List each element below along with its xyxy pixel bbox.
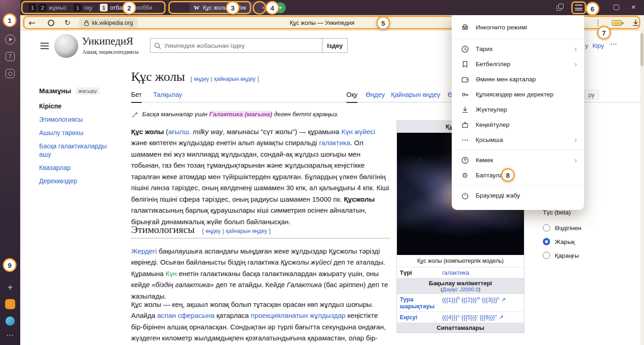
scrollbar-thumb[interactable] <box>640 33 644 66</box>
radio-icon[interactable] <box>543 252 550 259</box>
toc-item-quasars[interactable]: Квазарлар <box>39 164 118 172</box>
text-link[interactable]: J2000.0 <box>460 287 478 292</box>
help-icon <box>461 156 469 164</box>
toc-item-etymology[interactable]: Этимологиясы <box>39 115 118 124</box>
restore-window-icon[interactable] <box>614 5 619 10</box>
downloads-toolbar-icon[interactable] <box>631 18 640 28</box>
disambiguation-icon <box>131 111 138 118</box>
tab-panels-icon[interactable] <box>557 4 564 11</box>
tab-edit-source[interactable]: Қайнарын өңдеу <box>391 91 440 102</box>
toc-item-intro[interactable]: Кіріспе <box>39 102 118 110</box>
back-icon[interactable]: ← <box>29 18 35 28</box>
tab-edit[interactable]: Өңдеу <box>366 91 385 102</box>
tab-group-work[interactable]: 1 2 жұмыс <box>25 4 70 11</box>
tab-read[interactable]: Оқу <box>346 91 357 103</box>
bracket: ] <box>258 76 259 82</box>
galaxy-link[interactable]: галактика <box>442 269 521 276</box>
infobox-observation-header: Бақылау мәліметтері (Дәуірі: J2000.0) <box>397 278 524 294</box>
ra-value[interactable]: {{{1}}}h {{{2}}}m {{{3}}}s ↗ <box>442 296 521 310</box>
close-window-icon[interactable]: × <box>631 2 636 12</box>
text-link[interactable]: галактика <box>319 139 351 147</box>
dec-label-link[interactable]: Еңісуі <box>400 314 442 321</box>
text-link[interactable]: Жердегі <box>131 247 157 255</box>
screenshot-icon[interactable] <box>6 69 15 78</box>
dec-value[interactable]: {{{4}}}° {{{5}}}′ {{{6}}}″ ↗ <box>442 314 521 321</box>
text-link[interactable]: Күн <box>166 270 177 277</box>
edit-source-link[interactable]: қайнарын өңдеу <box>226 228 267 234</box>
numbered-badge-icon[interactable]: 7 <box>6 52 15 61</box>
tab-fragment-right[interactable]: ру <box>584 90 599 100</box>
browser-menu-button[interactable] <box>575 5 582 11</box>
messenger-icon[interactable] <box>6 317 15 326</box>
header-more-icon[interactable]: ⋯ <box>610 40 617 48</box>
menu-item-history[interactable]: Тарих › <box>452 41 584 57</box>
menu-item-bookmarks[interactable]: Бетбелгілер › <box>452 57 584 72</box>
toc-item-sources[interactable]: Дереккөздер <box>39 177 118 185</box>
reload-icon[interactable]: ↻ <box>64 18 70 27</box>
music-icon[interactable]: ♪ <box>5 299 15 309</box>
menu-item-help[interactable]: Көмек › <box>452 153 584 168</box>
battery-saver-icon[interactable] <box>612 20 622 26</box>
wiki-menu-icon[interactable] <box>40 43 49 49</box>
menu-item-wallet[interactable]: Әмиян мен карталар <box>452 72 584 87</box>
text-link[interactable]: аспан сферасына <box>157 311 215 319</box>
edit-link[interactable]: өңдеу <box>206 228 221 234</box>
radio-label: Қараңғы <box>555 252 579 259</box>
edit-source-link[interactable]: қайнарын өңдеу <box>214 76 255 82</box>
toc-hide-button[interactable]: жасыру <box>76 87 100 95</box>
wikipedia-tagline: Ашық энциклопедиясы <box>82 49 139 55</box>
toolbar-page-title: Құс жолы — Уикипедия <box>290 19 355 26</box>
text-link[interactable]: Дәуірі <box>443 287 457 292</box>
url-text: kk.wikipedia.org <box>92 20 133 26</box>
menu-item-settings[interactable]: ⚙ Баптаулар <box>452 168 584 183</box>
article-paragraph: Жердегі бақылаушыға аспандағы мыңдаған ж… <box>131 246 390 302</box>
ra-label-link[interactable]: Тура шарықтауы <box>400 296 442 310</box>
login-link[interactable]: Кіру <box>592 42 604 49</box>
downloads-icon <box>461 106 469 114</box>
callout-7: 7 <box>597 26 611 40</box>
article-title: Құс жолы <box>131 69 185 84</box>
menu-item-passwords[interactable]: Құпиясөздер мен деректер <box>452 87 584 102</box>
register-link-fragment[interactable]: у <box>585 42 588 49</box>
toc-item-other-galaxies[interactable]: Басқа галактикаларды ашу <box>39 142 118 158</box>
search-input[interactable] <box>164 42 318 49</box>
yandex-search-icon[interactable] <box>48 20 54 26</box>
tab-page[interactable]: Бет <box>131 91 142 103</box>
menu-item-downloads[interactable]: Жүктеулер <box>452 102 584 117</box>
history-icon <box>461 45 469 53</box>
toolbar-kebab-icon[interactable]: ⋮ <box>594 18 602 27</box>
text-link[interactable]: Галактика (мағына) <box>209 111 272 118</box>
color-option-auto[interactable]: Өздігінен <box>543 224 581 232</box>
tab-group-study[interactable]: 1 оқу <box>70 4 96 11</box>
color-option-light[interactable]: Жарық <box>543 238 581 245</box>
menu-item-label: Қосымша <box>476 136 503 143</box>
text-link[interactable]: Күн жүйесі <box>341 128 375 136</box>
sidebar-add-icon[interactable]: + <box>7 283 13 292</box>
infobox-row-type: Түрі галактика <box>397 267 524 278</box>
color-option-dark[interactable]: Қараңғы <box>543 252 581 259</box>
toc-item-discovery[interactable]: Ашылу тарихы <box>39 129 118 137</box>
url-chip[interactable]: kk.wikipedia.org <box>79 18 138 28</box>
text-link[interactable]: ағылш. <box>168 128 191 136</box>
infobox-label: Түрі <box>400 269 442 276</box>
tab-talk[interactable]: Талқылау <box>153 91 182 102</box>
radio-icon[interactable] <box>543 224 550 232</box>
menu-item-more[interactable]: Қосымша › <box>452 132 584 147</box>
settings-gear-icon: ⚙ <box>461 171 469 180</box>
wikipedia-logo[interactable] <box>54 34 78 58</box>
tab-group-hobby[interactable]: хобби <box>133 5 156 11</box>
tab-group-badge: 1 <box>29 4 36 11</box>
radio-icon-selected[interactable] <box>543 238 550 245</box>
video-player-icon[interactable] <box>5 34 15 45</box>
text-link[interactable]: проекцияланатын жұлдыздар <box>251 311 345 319</box>
wikipedia-wordmark[interactable]: УикипедиЯ <box>82 35 133 47</box>
tab-close-icon[interactable]: × <box>262 4 265 11</box>
menu-item-close-browser[interactable]: Браузерді жабу <box>452 188 584 203</box>
power-icon <box>461 192 469 200</box>
menu-item-extensions[interactable]: Кеңейтулер <box>452 117 584 132</box>
sidebar-more-icon[interactable]: ⋯ <box>6 331 14 339</box>
chevron-right-icon: › <box>575 157 577 164</box>
search-button[interactable]: Іздеу <box>322 38 348 53</box>
edit-link[interactable]: өңдеу <box>194 76 209 82</box>
menu-item-incognito[interactable]: Инкогнито режимі <box>452 18 584 36</box>
